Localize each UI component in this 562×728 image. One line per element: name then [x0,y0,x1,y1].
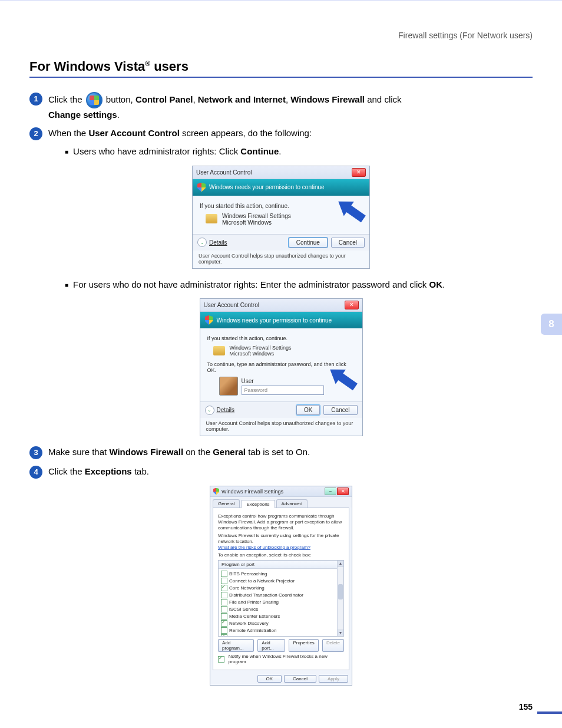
step-1-number: 1 [29,93,42,106]
notify-label: Notify me when Windows Firewall blocks a… [229,654,344,664]
list-item[interactable]: BITS Peercaching [221,571,341,577]
apply-button[interactable]: Apply [319,675,348,683]
fw-description: Exceptions control how programs communic… [218,513,344,531]
item-checkbox[interactable] [221,606,227,612]
chevron-down-icon: ⌄ [197,238,207,247]
fw-title-text: Windows Firewall Settings [222,489,283,495]
step-1-text: Click the button, Control Panel, Network… [48,92,533,121]
uac-app-name: Windows Firewall Settings [230,345,292,351]
details-toggle[interactable]: ⌄ Details [197,238,227,247]
item-checkbox[interactable] [221,613,227,620]
password-field[interactable]: Password [242,386,324,395]
minimize-icon[interactable]: − [325,487,336,495]
fw-body: Exceptions control how programs communic… [213,508,349,670]
add-program-button[interactable]: Add program... [218,639,254,652]
exceptions-listbox[interactable]: Program or port BITS PeercachingConnect … [218,560,344,637]
cancel-button[interactable]: Cancel [284,675,316,683]
page-number: 155 [519,702,533,711]
item-checkbox[interactable] [221,585,227,591]
list-item[interactable]: Distributed Transaction Coordinator [221,592,341,598]
step-4-number: 4 [29,466,42,479]
tab-exceptions[interactable]: Exceptions [241,500,275,508]
list-body: BITS PeercachingConnect to a Network Pro… [219,569,343,637]
uac-dialog-password: User Account Control ✕ Windows needs you… [200,298,363,436]
section-title: For Windows Vista® users [29,59,533,74]
start-orb-icon [86,92,103,108]
details-toggle[interactable]: ⌄ Details [205,406,235,415]
registered-mark: ® [145,60,150,68]
list-item[interactable]: Core Networking [221,585,341,591]
uac-title-text: User Account Control [196,169,252,176]
chapter-tab: 8 [541,314,562,335]
uac-body: If you started this action, continue. Wi… [200,328,362,401]
ok-button[interactable]: OK [257,675,282,683]
tab-general[interactable]: General [213,499,240,508]
cancel-button[interactable]: Cancel [323,405,357,415]
fw-button-row: Add program... Add port... Properties De… [218,639,344,652]
item-label: File and Printer Sharing [229,599,279,605]
uac-app-row: Windows Firewall Settings Microsoft Wind… [213,345,355,357]
add-port-button[interactable]: Add port... [257,639,285,652]
uac-dialog-admin: User Account Control ✕ Windows needs you… [192,166,370,269]
step-4-text: Click the Exceptions tab. [48,465,533,477]
item-checkbox[interactable] [221,578,227,584]
list-item[interactable]: Media Center Extenders [221,613,341,620]
notify-checkbox[interactable] [218,656,224,663]
manual-page: Firewall settings (For Network users) Fo… [0,0,562,728]
item-label: iSCSI Service [229,607,258,612]
uac-titlebar: User Account Control ✕ [200,299,362,312]
ok-button[interactable]: OK [296,405,320,415]
uac-app-publisher: Microsoft Windows [230,351,292,357]
title-text-post: users [150,59,189,74]
item-checkbox[interactable] [221,634,227,637]
list-item[interactable]: Connect to a Network Projector [221,578,341,584]
list-item[interactable]: Remote Assistance [221,634,341,637]
list-item[interactable]: Remote Administration [221,627,341,634]
properties-button[interactable]: Properties [289,639,318,652]
fw-titlebar: Windows Firewall Settings − ✕ [210,486,352,497]
item-label: Media Center Extenders [229,614,280,619]
step-2: 2 When the User Account Control screen a… [29,127,533,140]
cancel-button[interactable]: Cancel [331,238,365,248]
item-checkbox[interactable] [221,627,227,634]
step-3: 3 Make sure that Windows Firewall on the… [29,446,533,459]
item-checkbox[interactable] [221,571,227,577]
delete-button[interactable]: Delete [322,639,344,652]
item-checkbox[interactable] [221,620,227,627]
step-2-number: 2 [29,127,42,140]
list-item[interactable]: iSCSI Service [221,606,341,612]
tab-advanced[interactable]: Advanced [276,499,308,508]
continue-button[interactable]: Continue [289,238,328,248]
item-checkbox[interactable] [221,592,227,598]
header-section-path: Firewall settings (For Network users) [29,31,533,40]
bullet-icon [65,146,73,156]
step-2-sub-2: For users who do not have administrator … [65,278,533,292]
shield-icon [205,315,213,325]
uac-app-name: Windows Firewall Settings [222,213,291,219]
uac-footer: ⌄ Details OK Cancel [200,401,362,418]
step-4: 4 Click the Exceptions tab. [29,465,533,479]
uac-app-publisher: Microsoft Windows [222,219,291,226]
item-checkbox[interactable] [221,599,227,605]
risk-link[interactable]: What are the risks of unblocking a progr… [218,545,310,550]
folder-icon [213,346,225,355]
notify-row: Notify me when Windows Firewall blocks a… [218,654,344,664]
scroll-thumb[interactable] [338,584,343,599]
scroll-up-icon[interactable]: ▲ [338,561,343,567]
list-column-header: Program or port [219,561,343,569]
close-icon[interactable]: ✕ [345,301,359,309]
title-text-pre: For Windows Vista [29,59,145,74]
uac-app-row: Windows Firewall Settings Microsoft Wind… [206,213,362,226]
scrollbar[interactable]: ▲ ▼ [337,561,343,636]
shield-icon [213,488,219,495]
shield-icon [197,183,206,192]
close-icon[interactable]: ✕ [352,168,366,177]
uac-help-note: User Account Control helps stop unauthor… [200,418,362,436]
uac-banner: Windows needs your permission to continu… [200,312,362,328]
close-icon[interactable]: ✕ [337,487,349,495]
step-1: 1 Click the button, Control Panel, Netwo… [29,92,533,121]
list-item[interactable]: File and Printer Sharing [221,599,341,605]
list-item[interactable]: Network Discovery [221,620,341,627]
scroll-down-icon[interactable]: ▼ [338,630,343,636]
bullet-icon [65,279,73,289]
